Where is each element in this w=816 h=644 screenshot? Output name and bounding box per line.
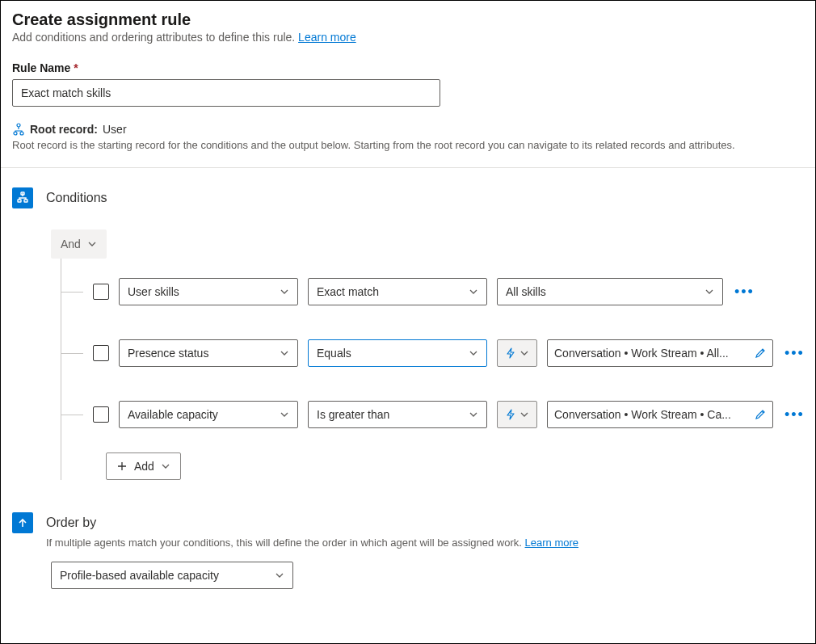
value-text: Conversation • Work Stream • All...	[554, 347, 750, 360]
condition-row: User skills Exact match All skills •••	[93, 278, 801, 305]
subtitle-text: Add conditions and ordering attributes t…	[12, 31, 298, 44]
chevron-down-icon	[469, 410, 478, 419]
page-subtitle: Add conditions and ordering attributes t…	[12, 31, 801, 44]
condition-row: Presence status Equals Conversation • Wo…	[93, 339, 801, 367]
section-divider	[1, 167, 815, 168]
learn-more-link[interactable]: Learn more	[298, 31, 356, 44]
chevron-down-icon	[161, 461, 170, 471]
field-dropdown[interactable]: Available capacity	[119, 401, 298, 428]
row-checkbox[interactable]	[93, 406, 109, 423]
field-dropdown[interactable]: Presence status	[119, 339, 298, 367]
order-by-title: Order by	[46, 516, 96, 530]
edit-icon[interactable]	[755, 409, 766, 420]
field-value: Available capacity	[128, 408, 218, 421]
conditions-title: Conditions	[46, 191, 107, 205]
dynamic-value-toggle[interactable]	[497, 401, 537, 428]
dynamic-value-toggle[interactable]	[497, 339, 537, 367]
root-record-value: User	[103, 123, 127, 136]
group-operator-label: And	[61, 238, 81, 250]
hierarchy-icon	[12, 123, 25, 136]
dynamic-value-input[interactable]: Conversation • Work Stream • All...	[547, 339, 773, 367]
rule-name-label-text: Rule Name	[12, 61, 70, 74]
row-more-menu[interactable]: •••	[783, 345, 806, 362]
lightning-icon	[505, 347, 516, 359]
svg-point-0	[17, 124, 20, 127]
svg-rect-5	[24, 200, 27, 202]
chevron-down-icon	[469, 348, 478, 358]
order-by-learn-more-link[interactable]: Learn more	[525, 537, 578, 549]
chevron-down-icon	[519, 348, 529, 358]
svg-rect-4	[18, 200, 21, 202]
rule-name-input[interactable]	[12, 79, 440, 107]
value-text: Conversation • Work Stream • Ca...	[554, 408, 750, 421]
chevron-down-icon	[280, 287, 289, 297]
conditions-icon	[12, 187, 33, 208]
add-condition-button[interactable]: Add	[106, 452, 181, 480]
value-text: All skills	[506, 285, 546, 298]
value-dropdown[interactable]: All skills	[497, 278, 723, 305]
chevron-down-icon	[280, 348, 289, 358]
order-by-dropdown[interactable]: Profile-based available capacity	[51, 562, 293, 589]
chevron-down-icon	[275, 570, 284, 580]
operator-value: Exact match	[317, 285, 379, 298]
edit-icon[interactable]	[755, 347, 766, 359]
page-title: Create assignment rule	[12, 11, 801, 29]
row-checkbox[interactable]	[93, 284, 109, 300]
chevron-down-icon	[280, 410, 289, 419]
lightning-icon	[505, 409, 516, 420]
dynamic-value-input[interactable]: Conversation • Work Stream • Ca...	[547, 401, 773, 428]
operator-value: Is greater than	[317, 408, 389, 421]
rule-name-label: Rule Name *	[12, 61, 801, 74]
group-operator-dropdown[interactable]: And	[51, 229, 107, 259]
operator-dropdown[interactable]: Is greater than	[308, 401, 487, 428]
operator-dropdown[interactable]: Equals	[308, 339, 487, 367]
chevron-down-icon	[519, 410, 529, 419]
row-more-menu[interactable]: •••	[783, 406, 806, 423]
root-record-description: Root record is the starting record for t…	[12, 139, 801, 151]
condition-row: Available capacity Is greater than Conve…	[93, 401, 801, 428]
chevron-down-icon	[469, 287, 478, 297]
chevron-down-icon	[87, 239, 97, 249]
field-value: User skills	[128, 285, 179, 298]
row-checkbox[interactable]	[93, 345, 109, 361]
order-by-description: If multiple agents match your conditions…	[46, 537, 525, 549]
chevron-down-icon	[705, 287, 714, 297]
add-label: Add	[134, 460, 154, 473]
order-by-icon	[12, 512, 33, 533]
operator-value: Equals	[317, 347, 351, 360]
operator-dropdown[interactable]: Exact match	[308, 278, 487, 305]
plus-icon	[116, 461, 128, 472]
field-value: Presence status	[128, 347, 208, 360]
required-asterisk: *	[74, 61, 78, 74]
row-more-menu[interactable]: •••	[733, 284, 756, 301]
root-record-label: Root record:	[30, 123, 98, 136]
order-by-value: Profile-based available capacity	[60, 569, 219, 582]
field-dropdown[interactable]: User skills	[119, 278, 298, 305]
